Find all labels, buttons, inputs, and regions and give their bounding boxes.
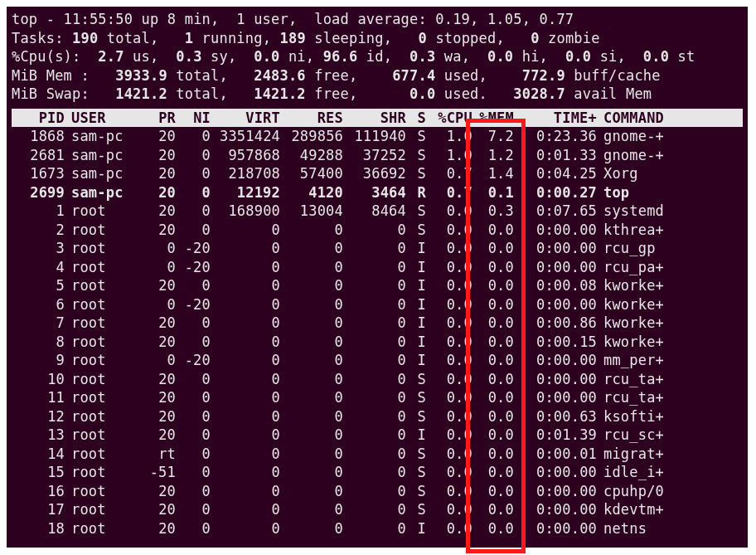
cell-s: R xyxy=(406,183,426,202)
process-row: 6root0-20000I0.00.00:00.00kworke+ xyxy=(12,295,743,314)
process-row: 1673sam-pc2002187085740036692S0.71.40:04… xyxy=(12,164,743,183)
col-user[interactable]: USER xyxy=(65,109,133,128)
cell-user: root xyxy=(65,500,133,519)
cell-virt: 3351424 xyxy=(211,127,280,146)
cell-cmd: systemd xyxy=(597,202,738,221)
col-cpu[interactable]: %CPU xyxy=(426,109,472,128)
cell-virt: 0 xyxy=(211,388,280,407)
cell-ni: 0 xyxy=(176,314,211,333)
col-res[interactable]: RES xyxy=(280,109,343,128)
cell-res: 0 xyxy=(280,333,343,352)
cell-shr: 111940 xyxy=(343,127,406,146)
cell-user: root xyxy=(65,333,133,352)
cell-user: sam-pc xyxy=(65,183,133,202)
process-row: 8root200000I0.00.00:00.15kworke+ xyxy=(12,333,743,352)
cell-pid: 1 xyxy=(13,202,65,221)
cell-cmd: rcu_gp xyxy=(597,239,738,258)
cell-pr: -51 xyxy=(133,463,176,482)
cell-cpu: 0.0 xyxy=(426,370,472,389)
col-pid[interactable]: PID xyxy=(13,109,65,128)
cell-mem: 0.0 xyxy=(472,333,514,352)
cell-ni: -20 xyxy=(176,239,211,258)
cell-user: root xyxy=(65,258,133,277)
col-pr[interactable]: PR xyxy=(133,109,176,128)
cell-cmd: cpuhp/0 xyxy=(597,482,738,501)
cell-s: I xyxy=(406,333,426,352)
cell-cpu: 0.0 xyxy=(426,202,472,221)
cell-s: I xyxy=(406,519,426,538)
cell-pid: 4 xyxy=(13,258,65,277)
cell-virt: 0 xyxy=(211,407,280,426)
cell-ni: -20 xyxy=(176,351,211,370)
cell-res: 0 xyxy=(280,445,343,464)
cell-pid: 8 xyxy=(13,333,65,352)
process-row: 9root0-20000I0.00.00:00.00mm_per+ xyxy=(12,351,743,370)
cell-pr: 20 xyxy=(133,164,176,183)
cell-virt: 0 xyxy=(211,258,280,277)
cell-s: I xyxy=(406,295,426,314)
cell-user: root xyxy=(65,388,133,407)
cell-cmd: rcu_ta+ xyxy=(597,388,738,407)
cell-pr: 0 xyxy=(133,295,176,314)
cell-user: root xyxy=(65,295,133,314)
cell-cpu: 0.0 xyxy=(426,426,472,445)
cell-pr: 0 xyxy=(133,239,176,258)
cell-user: root xyxy=(65,482,133,501)
cell-cpu: 0.0 xyxy=(426,351,472,370)
cell-cmd: kworke+ xyxy=(597,333,738,352)
process-row: 13root200000I0.00.00:01.39rcu_sc+ xyxy=(12,426,743,445)
cell-pr: 20 xyxy=(133,333,176,352)
cell-user: sam-pc xyxy=(65,164,133,183)
cell-pid: 7 xyxy=(13,314,65,333)
cell-virt: 168900 xyxy=(211,202,280,221)
col-s[interactable]: S xyxy=(406,109,426,128)
col-command[interactable]: COMMAND xyxy=(597,109,738,128)
cell-pid: 17 xyxy=(13,500,65,519)
cell-time: 0:00.00 xyxy=(514,370,597,389)
process-table-body: 1868sam-pc2003351424289856111940S1.07.20… xyxy=(12,127,743,538)
cell-pid: 11 xyxy=(13,388,65,407)
cell-time: 0:23.36 xyxy=(514,127,597,146)
cell-user: root xyxy=(65,351,133,370)
cell-pr: rt xyxy=(133,445,176,464)
cell-pid: 5 xyxy=(13,276,65,295)
cell-time: 0:01.39 xyxy=(514,426,597,445)
col-mem[interactable]: %MEM xyxy=(472,109,514,128)
cell-cmd: migrat+ xyxy=(597,445,738,464)
cell-time: 0:00.08 xyxy=(514,276,597,295)
cell-shr: 0 xyxy=(343,258,406,277)
cell-pr: 20 xyxy=(133,183,176,202)
cell-res: 0 xyxy=(280,370,343,389)
cell-virt: 0 xyxy=(211,519,280,538)
cell-cpu: 0.0 xyxy=(426,445,472,464)
cell-shr: 0 xyxy=(343,351,406,370)
cell-ni: 0 xyxy=(176,221,211,240)
cell-shr: 0 xyxy=(343,482,406,501)
cell-cmd: kthrea+ xyxy=(597,221,738,240)
cell-s: S xyxy=(406,146,426,165)
cell-time: 0:00.63 xyxy=(514,407,597,426)
col-virt[interactable]: VIRT xyxy=(211,109,280,128)
cell-cpu: 0.0 xyxy=(426,333,472,352)
cell-res: 0 xyxy=(280,482,343,501)
cell-pid: 2 xyxy=(13,221,65,240)
cell-res: 0 xyxy=(280,519,343,538)
cell-cmd: netns xyxy=(597,519,738,538)
cell-cpu: 0.7 xyxy=(426,183,472,202)
col-shr[interactable]: SHR xyxy=(343,109,406,128)
cell-user: root xyxy=(65,239,133,258)
cell-ni: 0 xyxy=(176,370,211,389)
col-time[interactable]: TIME+ xyxy=(514,109,597,128)
cell-mem: 7.2 xyxy=(472,127,514,146)
cell-mem: 1.2 xyxy=(472,146,514,165)
process-table-header[interactable]: PID USER PR NI VIRT RES SHR S %CPU %MEM … xyxy=(12,109,743,128)
col-ni[interactable]: NI xyxy=(176,109,211,128)
cell-res: 0 xyxy=(280,500,343,519)
cell-mem: 0.0 xyxy=(472,426,514,445)
cell-ni: 0 xyxy=(176,407,211,426)
cell-cpu: 0.0 xyxy=(426,407,472,426)
cell-mem: 0.0 xyxy=(472,388,514,407)
cell-virt: 12192 xyxy=(211,183,280,202)
cell-s: S xyxy=(406,221,426,240)
process-row: 2681sam-pc2009578684928837252S1.01.20:01… xyxy=(12,146,743,165)
